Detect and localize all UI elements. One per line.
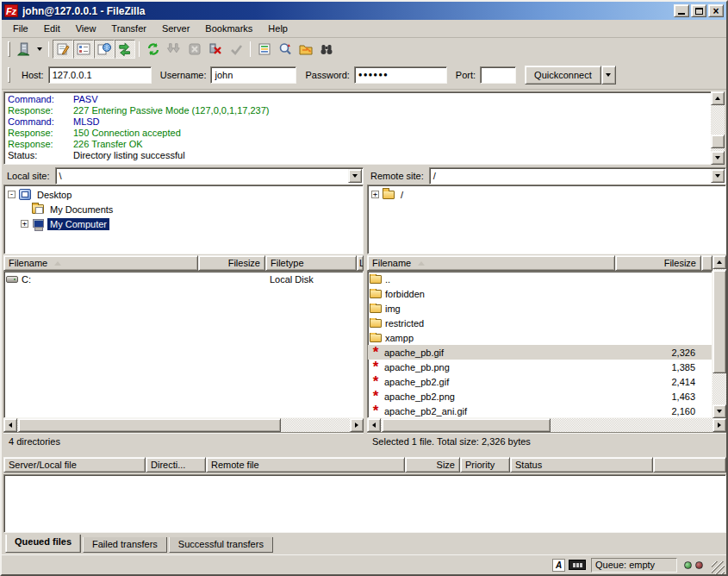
toggle-local-tree-button[interactable] [73, 40, 94, 59]
username-input[interactable] [210, 66, 296, 84]
host-input[interactable] [48, 66, 152, 84]
scrollbar-thumb[interactable] [18, 418, 281, 432]
tab-failed-transfers[interactable]: Failed transfers [83, 537, 167, 553]
tree-item-my-documents[interactable]: My Documents [8, 202, 363, 216]
column-header-priority[interactable]: Priority [460, 457, 510, 473]
file-row-restricted[interactable]: restricted [368, 316, 712, 330]
file-row-apache-pb2-png[interactable]: *apache_pb2.png1,463 [368, 389, 712, 404]
tree-item-root[interactable]: + / [371, 187, 725, 202]
process-queue-button[interactable] [164, 40, 184, 59]
scroll-right-button[interactable] [712, 418, 726, 432]
remote-vscrollbar[interactable] [712, 255, 726, 418]
site-manager-button[interactable] [13, 40, 34, 59]
menu-file[interactable]: File [5, 21, 36, 36]
sort-ascending-icon [54, 261, 61, 266]
resize-grip[interactable] [712, 561, 725, 574]
file-row-apache-pb-gif[interactable]: *apache_pb.gif2,326 [368, 345, 712, 360]
column-header-status[interactable]: Status [510, 457, 653, 473]
menu-transfer[interactable]: Transfer [103, 21, 154, 36]
file-search-button[interactable] [275, 40, 296, 59]
password-input[interactable] [354, 66, 447, 84]
remote-site-combo[interactable]: / [429, 167, 726, 185]
tree-item-label[interactable]: My Documents [47, 203, 115, 216]
toolbar-separator [250, 41, 251, 57]
disconnect-button[interactable] [205, 40, 226, 59]
quickconnect-dropdown[interactable] [601, 66, 616, 85]
toolbar-grip[interactable] [8, 41, 10, 57]
collapse-toggle[interactable]: - [8, 191, 16, 198]
title-bar[interactable]: Fz john@127.0.0.1 - FileZilla × [2, 2, 726, 20]
local-hscrollbar[interactable] [3, 418, 364, 432]
triangle-down-icon [715, 156, 720, 160]
file-row-apache-pb2-gif[interactable]: *apache_pb2.gif2,414 [368, 374, 712, 389]
tab-successful-transfers[interactable]: Successful transfers [169, 537, 273, 553]
tree-item-label[interactable]: My Computer [47, 218, 109, 230]
menu-view[interactable]: View [68, 21, 104, 36]
transfer-queue-icon [118, 42, 132, 56]
column-header-lastmodified[interactable]: L [357, 255, 364, 271]
expand-toggle[interactable]: + [371, 191, 379, 198]
file-row-parent[interactable]: .. [368, 272, 712, 286]
column-header-filename[interactable]: Filename [367, 255, 615, 271]
cancel-operation-button[interactable] [184, 40, 205, 59]
scrollbar-thumb[interactable] [711, 135, 725, 148]
close-button[interactable]: × [708, 4, 724, 17]
minimize-button[interactable] [674, 4, 689, 17]
column-header-remote-file[interactable]: Remote file [206, 457, 405, 473]
file-row-xampp[interactable]: xampp [368, 330, 712, 345]
log-scrollbar[interactable] [711, 91, 725, 165]
tab-queued-files[interactable]: Queued files [5, 535, 81, 553]
tree-item-label[interactable]: Desktop [34, 189, 74, 201]
quickconnect-button[interactable]: Quickconnect [525, 66, 601, 85]
scrollbar-thumb[interactable] [382, 418, 551, 432]
toggle-transfer-queue-button[interactable] [115, 40, 135, 59]
file-row-img[interactable]: img [368, 301, 712, 316]
file-row-apache-pb2-ani-gif[interactable]: *apache_pb2_ani.gif2,160 [368, 404, 712, 418]
column-header-filetype[interactable]: Filetype [265, 255, 357, 271]
scroll-up-button[interactable] [712, 255, 726, 269]
scroll-left-button[interactable] [3, 418, 17, 432]
directory-comparison-button[interactable] [316, 40, 337, 59]
quickconnect-grip[interactable] [8, 67, 10, 83]
column-header-size[interactable]: Size [405, 457, 460, 473]
scroll-down-button[interactable] [712, 404, 726, 418]
scroll-right-button[interactable] [350, 418, 364, 432]
port-input[interactable] [480, 66, 516, 84]
menu-server[interactable]: Server [154, 21, 197, 36]
scroll-left-button[interactable] [367, 418, 381, 432]
tree-item-my-computer[interactable]: + My Computer [8, 216, 363, 231]
menu-help[interactable]: Help [260, 21, 296, 36]
toggle-message-log-button[interactable] [53, 40, 73, 59]
file-row-c-drive[interactable]: C: Local Disk [4, 272, 363, 286]
menu-edit[interactable]: Edit [36, 21, 68, 36]
disconnect-icon [208, 42, 222, 56]
directory-filters-button[interactable] [254, 40, 275, 59]
scroll-down-button[interactable] [711, 151, 725, 165]
column-header-direction[interactable]: Directi... [146, 457, 206, 473]
tree-item-desktop[interactable]: - Desktop [8, 187, 363, 202]
column-header-filesize[interactable]: Filesize [615, 255, 701, 271]
menu-bookmarks[interactable]: Bookmarks [197, 21, 260, 36]
refresh-button[interactable] [143, 40, 164, 59]
maximize-button[interactable] [691, 4, 706, 17]
synchronized-browsing-button[interactable] [296, 40, 316, 59]
expand-toggle[interactable]: + [21, 220, 28, 228]
column-header-server-local-file[interactable]: Server/Local file [3, 457, 146, 473]
toggle-remote-tree-button[interactable] [94, 40, 115, 59]
local-site-combo[interactable]: \ [55, 167, 364, 185]
scroll-up-button[interactable] [711, 91, 725, 105]
file-row-forbidden[interactable]: forbidden [368, 286, 712, 301]
abort-button[interactable] [226, 40, 246, 59]
column-header-filesize[interactable]: Filesize [198, 255, 265, 271]
tree-item-label[interactable]: / [398, 189, 406, 201]
column-header-filename[interactable]: Filename [3, 255, 198, 271]
remote-site-dropdown[interactable] [711, 169, 725, 183]
file-row-apache-pb-png[interactable]: *apache_pb.png1,385 [368, 360, 712, 374]
site-manager-dropdown[interactable] [34, 40, 45, 59]
scrollbar-thumb[interactable] [712, 270, 726, 373]
remote-hscrollbar[interactable] [367, 418, 726, 432]
folder-icon [370, 334, 382, 342]
toolbar-separator [139, 41, 140, 57]
local-site-dropdown[interactable] [348, 169, 362, 183]
window-title: john@127.0.0.1 - FileZilla [22, 5, 674, 17]
